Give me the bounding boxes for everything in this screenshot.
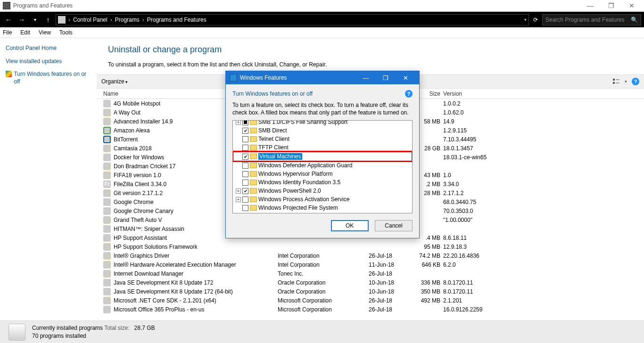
program-row[interactable]: Java SE Development Kit 8 Update 172Orac… — [97, 278, 644, 287]
feature-checkbox[interactable] — [242, 128, 248, 134]
close-button[interactable]: ✕ — [622, 0, 641, 11]
program-icon — [103, 189, 111, 197]
feature-checkbox[interactable] — [242, 188, 248, 194]
menu-edit[interactable]: Edit — [20, 29, 30, 36]
dialog-maximize-button[interactable]: ❐ — [376, 74, 396, 82]
program-version: 1.2.9.115 — [443, 127, 528, 134]
ok-button[interactable]: OK — [331, 220, 369, 231]
program-row[interactable]: Microsoft .NET Core SDK - 2.1.201 (x64)M… — [97, 296, 644, 305]
program-icon — [103, 279, 111, 286]
feature-checkbox[interactable] — [242, 196, 248, 203]
feature-checkbox[interactable] — [242, 171, 248, 177]
menu-tools[interactable]: Tools — [59, 29, 73, 36]
feature-item[interactable]: Windows Hypervisor Platform — [233, 170, 412, 178]
feature-label: Virtual Machines — [258, 153, 302, 160]
program-icon — [103, 243, 111, 251]
program-row[interactable]: Microsoft Office 365 ProPlus - en-usMicr… — [97, 305, 644, 314]
program-icon — [103, 288, 111, 295]
feature-checkbox[interactable] — [242, 145, 248, 151]
feature-label: SMB 1.0/CIFS File Sharing Support — [258, 121, 347, 125]
program-icon — [103, 145, 111, 152]
folder-icon — [250, 128, 257, 133]
feature-checkbox[interactable] — [242, 180, 248, 186]
feature-item[interactable]: TFTP Client — [233, 143, 412, 152]
folder-icon — [250, 180, 257, 185]
program-row[interactable]: HP Support Solutions Framework95 MB12.9.… — [97, 242, 644, 251]
program-icon — [103, 154, 111, 161]
program-row[interactable]: Intel® Graphics DriverIntel Corporation2… — [97, 251, 644, 260]
up-button[interactable]: ↑ — [42, 14, 54, 25]
svg-rect-0 — [613, 79, 615, 81]
program-version: 1.0 — [443, 172, 528, 179]
minimize-button[interactable]: — — [581, 0, 600, 11]
program-row[interactable]: Java SE Development Kit 8 Update 172 (64… — [97, 287, 644, 296]
link-turn-windows-features[interactable]: Turn Windows features on or off — [14, 71, 91, 85]
program-name: Intel® Hardware Accelerated Execution Ma… — [114, 261, 278, 268]
feature-checkbox[interactable] — [242, 154, 248, 160]
program-version: 14.9 — [443, 118, 528, 125]
expander-icon[interactable]: + — [236, 197, 241, 202]
refresh-button[interactable]: ⟳ — [531, 16, 540, 23]
feature-item[interactable]: Virtual Machines — [233, 152, 412, 161]
expander-icon[interactable]: + — [236, 188, 241, 194]
feature-item[interactable]: Windows Projected File System — [233, 204, 412, 212]
crumb-control-panel[interactable]: Control Panel — [73, 16, 107, 23]
feature-item[interactable]: +Windows PowerShell 2.0 — [233, 187, 412, 195]
forward-button[interactable]: → — [16, 14, 27, 25]
feature-checkbox[interactable] — [242, 163, 248, 169]
menu-file[interactable]: File — [3, 29, 12, 36]
view-dropdown-icon[interactable]: ▾ — [625, 79, 627, 84]
col-version[interactable]: Version — [443, 90, 528, 97]
breadcrumb[interactable]: › Control Panel › Programs › Programs an… — [56, 14, 529, 25]
program-icon — [103, 306, 111, 313]
dialog-title-bar[interactable]: Windows Features — ❐ ✕ — [226, 71, 419, 84]
program-icon — [103, 172, 111, 179]
feature-checkbox[interactable] — [242, 136, 248, 142]
maximize-button[interactable]: ❐ — [602, 0, 620, 11]
link-control-panel-home[interactable]: Control Panel Home — [6, 45, 91, 52]
feature-checkbox[interactable] — [242, 121, 248, 125]
feature-label: Windows Hypervisor Platform — [258, 171, 332, 177]
window-title-bar: Programs and Features — ❐ ✕ — [0, 0, 644, 12]
search-input[interactable]: Search Programs and Features 🔍 — [542, 14, 641, 25]
feature-item[interactable]: +SMB 1.0/CIFS File Sharing Support — [233, 121, 412, 126]
feature-item[interactable]: Telnet Client — [233, 135, 412, 143]
dialog-close-button[interactable]: ✕ — [396, 74, 415, 82]
view-options-button[interactable] — [612, 78, 620, 85]
status-total-size-value: 28.7 GB — [134, 325, 155, 331]
crumb-programs-features[interactable]: Programs and Features — [147, 16, 206, 23]
recent-dropdown[interactable]: ▾ — [29, 14, 41, 25]
breadcrumb-dropdown-icon[interactable]: ▾ — [524, 17, 527, 22]
program-size: 336 MB — [413, 279, 443, 286]
feature-label: Windows Identity Foundation 3.5 — [258, 179, 340, 186]
feature-label: Telnet Client — [258, 136, 289, 142]
feature-item[interactable]: +Windows Process Activation Service — [233, 195, 412, 204]
program-icon — [103, 270, 111, 278]
program-row[interactable]: Intel® Hardware Accelerated Execution Ma… — [97, 260, 644, 269]
organize-button[interactable]: Organize — [101, 78, 128, 85]
dialog-minimize-button[interactable]: — — [356, 74, 376, 82]
crumb-programs[interactable]: Programs — [115, 16, 140, 23]
feature-item[interactable]: Windows Identity Foundation 3.5 — [233, 178, 412, 187]
features-treeview[interactable]: +SMB 1.0/CIFS File Sharing SupportSMB Di… — [232, 120, 413, 213]
link-view-installed-updates[interactable]: View installed updates — [6, 58, 91, 65]
expander-spacer — [236, 205, 241, 211]
feature-item[interactable]: Windows Subsystem for Linux — [233, 212, 412, 213]
feature-item[interactable]: SMB Direct — [233, 126, 412, 135]
program-version: 16.0.9126.2259 — [443, 306, 528, 313]
menu-view[interactable]: View — [39, 29, 51, 36]
folder-icon — [250, 121, 257, 125]
expander-icon[interactable]: + — [236, 121, 241, 125]
program-name: Intel® Graphics Driver — [114, 253, 278, 259]
help-icon[interactable]: ? — [632, 78, 639, 85]
back-button[interactable]: ← — [3, 14, 14, 25]
program-version: 1.0.0.2 — [443, 100, 528, 107]
cancel-button[interactable]: Cancel — [375, 220, 413, 231]
feature-item[interactable]: Windows Defender Application Guard — [233, 161, 412, 170]
feature-checkbox[interactable] — [242, 205, 248, 211]
program-version: 12.9.18.3 — [443, 244, 528, 250]
program-version: 2.17.1.2 — [443, 190, 528, 196]
dialog-help-icon[interactable]: ? — [405, 90, 413, 98]
feature-label: Windows Process Activation Service — [258, 196, 349, 203]
program-row[interactable]: Internet Download ManagerTonec Inc.26-Ju… — [97, 269, 644, 278]
